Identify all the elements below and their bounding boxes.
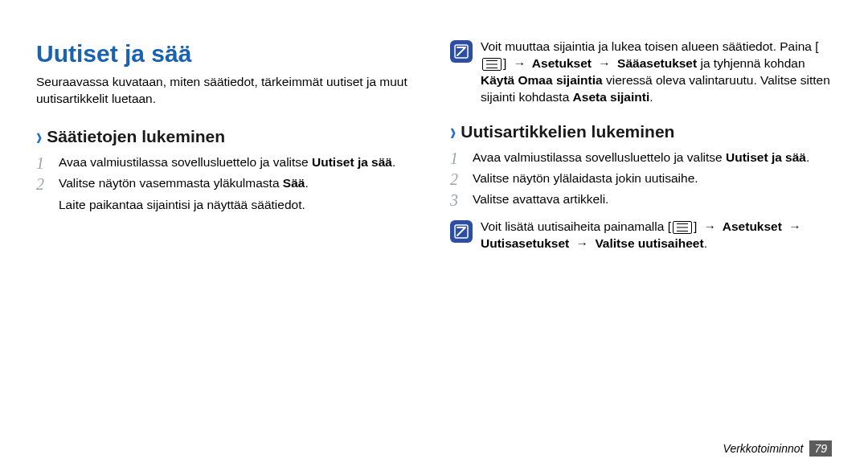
sub-text: Laite paikantaa sijaintisi ja näyttää sä…: [59, 197, 418, 214]
step-number: 2: [36, 175, 51, 214]
arrow-icon: →: [576, 236, 589, 250]
footer-page-number: 79: [809, 440, 832, 457]
step-number: 3: [450, 191, 465, 209]
bold-text: Sääasetukset: [614, 56, 697, 70]
arrow-icon: →: [788, 219, 801, 233]
step-body: Avaa valmiustilassa sovellusluettelo ja …: [59, 154, 418, 172]
bold-text: Uutisasetukset: [481, 236, 573, 250]
menu-icon: [482, 58, 502, 71]
text: Avaa valmiustilassa sovellusluettelo ja …: [59, 155, 312, 169]
right-subheading-text: Uutisartikkelien lukeminen: [461, 122, 674, 141]
right-step-2: 2 Valitse näytön ylälaidasta jokin uutis…: [450, 170, 832, 188]
bold-text: Uutiset ja sää: [726, 150, 806, 164]
arrow-icon: →: [514, 56, 526, 70]
step-body: Avaa valmiustilassa sovellusluettelo ja …: [473, 149, 832, 167]
page: Uutiset ja sää Seuraavassa kuvataan, mit…: [0, 0, 868, 471]
left-step-2: 2 Valitse näytön vasemmasta yläkulmasta …: [36, 175, 418, 214]
right-step-3: 3 Valitse avattava artikkeli.: [450, 191, 832, 209]
step-number: 1: [36, 154, 51, 172]
main-title: Uutiset ja sää: [36, 40, 418, 68]
left-column: Uutiset ja sää Seuraavassa kuvataan, mit…: [36, 32, 418, 471]
step-number: 1: [450, 149, 465, 167]
menu-icon: [673, 221, 692, 234]
left-subheading: › Säätietojen lukeminen: [36, 127, 418, 146]
left-step-1: 1 Avaa valmiustilassa sovellusluettelo j…: [36, 154, 418, 172]
text: ja tyhjennä kohdan: [697, 56, 805, 70]
note-2-body: Voit lisätä uutisaiheita painamalla [] →…: [481, 219, 832, 252]
text: Voit lisätä uutisaiheita painamalla [: [481, 219, 671, 233]
chevron-right-icon: ›: [36, 124, 42, 149]
right-step-1: 1 Avaa valmiustilassa sovellusluettelo j…: [450, 149, 832, 167]
note-icon: [450, 40, 473, 63]
step-body: Valitse avattava artikkeli.: [473, 191, 832, 209]
intro-text: Seuraavassa kuvataan, miten säätiedot, t…: [36, 74, 418, 108]
chevron-right-icon: ›: [450, 119, 456, 144]
bold-text: Asetukset: [719, 219, 785, 233]
right-subheading: › Uutisartikkelien lukeminen: [450, 122, 832, 141]
bold-text: Aseta sijainti: [573, 90, 650, 104]
text: .: [704, 236, 707, 250]
text: .: [392, 155, 395, 169]
arrow-icon: →: [704, 219, 717, 233]
bold-text: Asetukset: [529, 56, 595, 70]
step-body: Valitse näytön ylälaidasta jokin uutisai…: [473, 170, 832, 188]
bold-text: Käytä Omaa sijaintia: [481, 73, 603, 87]
text: Voit muuttaa sijaintia ja lukea toisen a…: [481, 39, 819, 53]
note-1-body: Voit muuttaa sijaintia ja lukea toisen a…: [481, 39, 832, 106]
right-column: Voit muuttaa sijaintia ja lukea toisen a…: [450, 32, 832, 471]
text: Valitse näytön vasemmasta yläkulmasta: [59, 176, 283, 190]
bold-text: Uutiset ja sää: [312, 155, 392, 169]
step-body: Valitse näytön vasemmasta yläkulmasta Sä…: [59, 175, 418, 214]
left-subheading-text: Säätietojen lukeminen: [47, 127, 225, 146]
bold-text: Valitse uutisaiheet: [592, 236, 704, 250]
note-1: Voit muuttaa sijaintia ja lukea toisen a…: [450, 39, 832, 106]
text: Avaa valmiustilassa sovellusluettelo ja …: [473, 150, 726, 164]
text: ]: [694, 219, 701, 233]
text: ]: [503, 56, 510, 70]
bold-text: Sää: [283, 176, 305, 190]
note-2: Voit lisätä uutisaiheita painamalla [] →…: [450, 219, 832, 252]
text: .: [649, 90, 653, 104]
text: .: [305, 176, 308, 190]
arrow-icon: →: [598, 56, 611, 70]
note-icon: [450, 220, 473, 243]
footer: Verkkotoiminnot 79: [723, 440, 832, 457]
footer-section: Verkkotoiminnot: [723, 442, 804, 455]
text: .: [806, 150, 809, 164]
step-number: 2: [450, 170, 465, 188]
